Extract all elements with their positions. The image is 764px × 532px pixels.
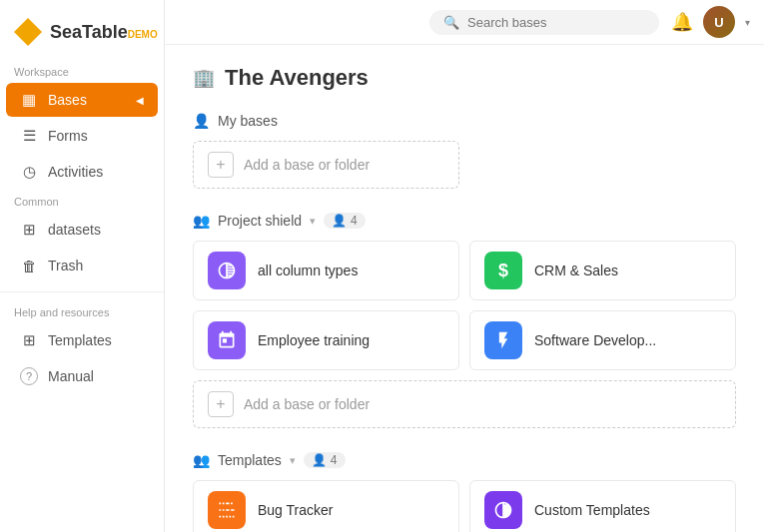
my-bases-section: 👤 My bases + Add a base or folder	[193, 113, 736, 189]
base-name-software-dev: Software Develop...	[534, 332, 656, 348]
base-name-employee-training: Employee training	[258, 332, 370, 348]
base-card-software-dev[interactable]: Software Develop...	[469, 310, 736, 370]
base-name-custom-templates: Custom Templates	[534, 502, 650, 518]
sidebar-label-datasets: datasets	[48, 222, 101, 238]
add-base-my-bases[interactable]: + Add a base or folder	[193, 141, 459, 189]
sidebar-item-trash[interactable]: 🗑 Trash	[6, 249, 158, 282]
my-bases-icon: 👤	[193, 113, 210, 129]
group-templates-label: Templates	[218, 452, 282, 468]
group-templates-grid: Bug Tracker Custom Templates	[193, 480, 736, 532]
bases-arrow-icon: ◀	[136, 95, 144, 106]
group-member-icon: 👤	[332, 214, 347, 228]
base-icon-bug-tracker	[208, 491, 246, 529]
add-icon: +	[208, 152, 234, 178]
bell-icon[interactable]: 🔔	[671, 11, 693, 33]
sidebar-divider	[0, 291, 164, 292]
sidebar: SeaTableDEMO Workspace ▦ Bases ◀ ☰ Forms…	[0, 0, 165, 532]
group-project-shield-header: 👥 Project shield ▾ 👤 4	[193, 213, 736, 229]
main-area: 🔍 🔔 U ▾ 🏢 The Avengers 👤 My bases	[165, 0, 764, 532]
base-card-employee-training[interactable]: Employee training	[193, 310, 459, 370]
sidebar-label-templates: Templates	[48, 332, 112, 348]
group-templates: 👥 Templates ▾ 👤 4 Bug Tracker	[193, 452, 736, 532]
sidebar-label-forms: Forms	[48, 128, 88, 144]
page-title-row: 🏢 The Avengers	[193, 65, 736, 91]
logo-text: SeaTable	[50, 22, 128, 42]
sidebar-item-bases[interactable]: ▦ Bases ◀	[6, 83, 158, 117]
group-member-count: 4	[351, 214, 358, 228]
manual-icon: ?	[20, 367, 38, 385]
search-icon: 🔍	[443, 15, 459, 30]
my-bases-label: My bases	[218, 113, 278, 129]
add-base-project-shield-label: Add a base or folder	[244, 396, 370, 412]
sidebar-item-datasets[interactable]: ⊞ datasets	[6, 213, 158, 247]
main-content: 🏢 The Avengers 👤 My bases + Add a base o…	[165, 45, 764, 532]
logo-demo: DEMO	[128, 29, 158, 40]
add-base-project-shield[interactable]: + Add a base or folder	[193, 380, 736, 428]
base-card-custom-templates[interactable]: Custom Templates	[469, 480, 736, 532]
logo: SeaTableDEMO	[0, 10, 164, 60]
add-icon-project-shield: +	[208, 391, 234, 417]
bases-icon: ▦	[20, 91, 38, 109]
page-title: The Avengers	[225, 65, 369, 91]
page-title-icon: 🏢	[193, 67, 215, 89]
my-bases-grid: + Add a base or folder	[193, 141, 736, 189]
logo-icon	[14, 18, 42, 46]
sidebar-label-manual: Manual	[48, 368, 94, 384]
group-templates-chevron-icon[interactable]: ▾	[290, 454, 296, 467]
base-icon-employee-training	[208, 321, 246, 359]
my-bases-header: 👤 My bases	[193, 113, 736, 129]
search-bar[interactable]: 🔍	[429, 10, 659, 35]
base-name-all-col-types: all column types	[258, 263, 358, 278]
group-badge: 👤 4	[324, 213, 366, 229]
forms-icon: ☰	[20, 127, 38, 145]
base-icon-all-col-types	[208, 252, 246, 289]
chevron-down-icon[interactable]: ▾	[745, 17, 750, 28]
topbar: 🔍 🔔 U ▾	[165, 0, 764, 45]
sidebar-item-manual[interactable]: ? Manual	[6, 359, 158, 393]
activities-icon: ◷	[20, 163, 38, 181]
help-label: Help and resources	[0, 300, 164, 322]
group-templates-icon: 👥	[193, 452, 210, 468]
group-templates-header: 👥 Templates ▾ 👤 4	[193, 452, 736, 468]
group-icon: 👥	[193, 213, 210, 229]
avatar[interactable]: U	[703, 6, 735, 38]
sidebar-item-templates[interactable]: ⊞ Templates	[6, 323, 158, 357]
base-icon-custom-templates	[484, 491, 522, 529]
base-icon-software-dev	[484, 321, 522, 359]
group-templates-member-count: 4	[331, 453, 338, 467]
group-chevron-icon[interactable]: ▾	[310, 215, 316, 228]
group-project-shield-grid: all column types $ CRM & Sales Employee …	[193, 241, 736, 428]
trash-icon: 🗑	[20, 257, 38, 274]
base-card-bug-tracker[interactable]: Bug Tracker	[193, 480, 459, 532]
base-name-crm-sales: CRM & Sales	[534, 263, 618, 278]
base-card-crm-sales[interactable]: $ CRM & Sales	[469, 241, 736, 300]
group-project-shield: 👥 Project shield ▾ 👤 4 all column types	[193, 213, 736, 428]
sidebar-label-bases: Bases	[48, 92, 87, 108]
group-project-shield-label: Project shield	[218, 213, 302, 229]
sidebar-label-activities: Activities	[48, 164, 103, 180]
search-input[interactable]	[467, 15, 645, 30]
sidebar-item-forms[interactable]: ☰ Forms	[6, 119, 158, 153]
base-card-all-col-types[interactable]: all column types	[193, 241, 459, 300]
add-base-my-bases-label: Add a base or folder	[244, 157, 370, 173]
topbar-icons: 🔔 U ▾	[671, 6, 750, 38]
sidebar-label-trash: Trash	[48, 258, 83, 273]
base-icon-crm-sales: $	[484, 252, 522, 289]
base-name-bug-tracker: Bug Tracker	[258, 502, 333, 518]
common-label: Common	[0, 190, 164, 212]
workspace-label: Workspace	[0, 60, 164, 82]
group-templates-badge: 👤 4	[304, 452, 346, 468]
datasets-icon: ⊞	[20, 221, 38, 239]
templates-icon: ⊞	[20, 331, 38, 349]
sidebar-item-activities[interactable]: ◷ Activities	[6, 155, 158, 189]
group-templates-member-icon: 👤	[312, 453, 327, 467]
